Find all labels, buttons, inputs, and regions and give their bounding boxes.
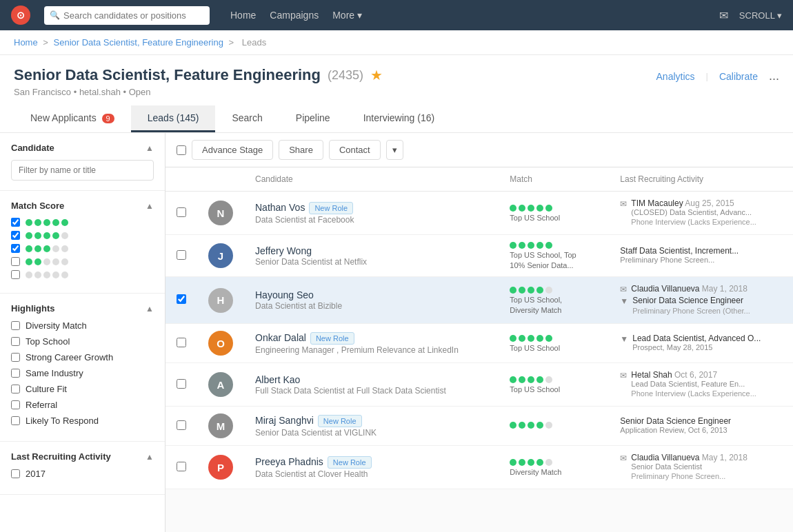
sidebar-match-score-section: Match Score ▲: [0, 191, 165, 294]
row-checkbox-3[interactable]: [177, 338, 186, 347]
breadcrumb-job[interactable]: Senior Data Scientist, Feature Engineeri…: [54, 37, 223, 48]
match-dots-4: [26, 232, 68, 239]
nav-campaigns[interactable]: Campaigns: [270, 10, 319, 21]
candidate-name-5[interactable]: Miraj Sanghvi: [255, 415, 314, 426]
main-content: Candidate ▲ Match Score ▲: [0, 133, 793, 532]
analytics-link[interactable]: Analytics: [656, 71, 695, 82]
search-input[interactable]: [44, 6, 210, 25]
table-row: M Miraj SanghviNew Role Senior Data Scie…: [165, 407, 793, 446]
highlight-diversity-label: Diversity Match: [26, 320, 87, 331]
app-logo[interactable]: ⊙: [11, 6, 30, 25]
row-checkbox-1[interactable]: [177, 250, 186, 260]
tab-leads[interactable]: Leads (145): [131, 105, 216, 132]
table-row: P Preeya PhadnisNew Role Data Scientist …: [165, 446, 793, 489]
match-score-row-5: [11, 218, 154, 227]
row-checkbox-5[interactable]: [177, 420, 186, 430]
activity-date: May 1, 2018: [702, 453, 747, 462]
highlight-diversity: Diversity Match: [11, 320, 154, 331]
more-options-icon[interactable]: ...: [769, 69, 779, 83]
highlight-diversity-check[interactable]: [11, 321, 20, 330]
breadcrumb-sep2: >: [229, 37, 237, 48]
match-score-check-5[interactable]: [11, 218, 20, 227]
new-role-badge: New Role: [309, 202, 353, 214]
match-score-section-header[interactable]: Match Score ▲: [11, 201, 154, 211]
job-star-icon[interactable]: ★: [370, 67, 383, 83]
mail-icon[interactable]: ✉: [719, 9, 728, 22]
tab-new-applicants[interactable]: New Applicants 9: [14, 105, 131, 132]
last-activity-2017-label: 2017: [26, 469, 46, 479]
activity-date: May 1, 2018: [702, 284, 747, 294]
match-score-check-4[interactable]: [11, 231, 20, 240]
activity-detail: Preliminary Phone Screen...: [620, 256, 739, 264]
row-checkbox-0[interactable]: [177, 207, 186, 217]
job-header: Senior Data Scientist, Feature Engineeri…: [0, 55, 793, 133]
candidate-name-0[interactable]: Nathan Vos: [255, 202, 305, 213]
match-score-dots: [510, 422, 598, 429]
match-score-row-4: [11, 231, 154, 240]
highlight-same-industry-label: Same Industry: [26, 368, 83, 378]
match-score-check-2[interactable]: [11, 257, 20, 266]
candidate-title-5: Senior Data Scientist at VIGLINK: [255, 428, 377, 438]
last-activity-2017-check[interactable]: [11, 469, 20, 478]
mail-icon: ✉: [620, 453, 627, 463]
candidate-chevron-icon: ▲: [145, 143, 154, 153]
candidate-name-4[interactable]: Albert Kao: [255, 374, 300, 385]
sidebar-last-activity-section: Last Recruiting Activity ▲ 2017: [0, 442, 165, 495]
share-button[interactable]: Share: [279, 140, 323, 160]
candidate-title-3: Engineering Manager , Premium Relevance …: [255, 345, 459, 355]
candidate-info-0: Nathan VosNew Role Data Scientist at Fac…: [255, 202, 488, 225]
candidate-name-3[interactable]: Onkar Dalal: [255, 332, 306, 343]
nav-home[interactable]: Home: [230, 10, 256, 21]
highlight-culture-fit-check[interactable]: [11, 385, 20, 393]
table-row: A Albert Kao Full Stack Data Scientist a…: [165, 363, 793, 407]
match-score-title: Match Score: [11, 201, 64, 211]
more-actions-dropdown[interactable]: ▾: [386, 140, 403, 160]
activity-row-1: ✉ Claudia Villanueva May 1, 2018 Senior …: [620, 453, 782, 480]
candidate-title-0: Data Scientist at Facebook: [255, 215, 354, 225]
candidate-section-header[interactable]: Candidate ▲: [11, 143, 154, 153]
calibrate-link[interactable]: Calibrate: [719, 71, 758, 82]
user-menu[interactable]: SCROLL ▾: [739, 10, 782, 21]
match-score-dots: [510, 376, 598, 383]
search-icon: 🔍: [50, 10, 60, 20]
tab-search[interactable]: Search: [215, 105, 279, 132]
activity-row-1: Senior Data Science Engineer Application…: [620, 416, 782, 434]
col-match: Match: [499, 167, 609, 192]
candidate-title-2: Data Scientist at Bizible: [255, 301, 342, 311]
row-checkbox-4[interactable]: [177, 379, 186, 389]
highlight-same-industry-check[interactable]: [11, 369, 20, 378]
match-score-check-3[interactable]: [11, 244, 20, 253]
match-score-check-1[interactable]: [11, 270, 20, 279]
select-all-checkbox[interactable]: [177, 145, 186, 155]
tab-search-label: Search: [232, 112, 262, 123]
col-avatar: [197, 167, 244, 192]
highlight-career-growth-check[interactable]: [11, 353, 20, 362]
highlights-section-header[interactable]: Highlights ▲: [11, 303, 154, 314]
candidate-name-6[interactable]: Preeya Phadnis: [255, 456, 323, 467]
highlight-top-school-check[interactable]: [11, 337, 20, 346]
candidate-name-2[interactable]: Hayoung Seo: [255, 289, 314, 300]
candidate-name-1[interactable]: Jeffery Wong: [255, 245, 312, 256]
highlight-career-growth: Strong Career Growth: [11, 352, 154, 362]
row-checkbox-2[interactable]: [177, 294, 186, 304]
tab-interviewing[interactable]: Interviewing (16): [347, 105, 452, 132]
advance-stage-button[interactable]: Advance Stage: [192, 140, 273, 160]
tab-pipeline[interactable]: Pipeline: [279, 105, 347, 132]
highlight-referral-check[interactable]: [11, 400, 20, 409]
new-role-badge: New Role: [310, 332, 354, 345]
activity-sub: Phone Interview (Lacks Experience...: [631, 218, 756, 226]
last-activity-2017: 2017: [11, 469, 154, 479]
candidate-filter-input[interactable]: [11, 160, 154, 181]
job-location: San Francisco: [14, 87, 71, 97]
match-label: Top US School, Top: [510, 251, 598, 259]
row-checkbox-6[interactable]: [177, 462, 186, 471]
nav-more[interactable]: More ▾: [332, 10, 362, 21]
avatar-2: H: [208, 288, 233, 313]
match-score-dots: [510, 205, 598, 212]
contact-button[interactable]: Contact: [329, 140, 381, 160]
breadcrumb: Home > Senior Data Scientist, Feature En…: [0, 30, 793, 55]
last-activity-section-header[interactable]: Last Recruiting Activity ▲: [11, 451, 154, 462]
sidebar-highlights-section: Highlights ▲ Diversity Match Top School …: [0, 294, 165, 442]
breadcrumb-home[interactable]: Home: [14, 37, 38, 48]
highlight-likely-respond-check[interactable]: [11, 416, 20, 425]
